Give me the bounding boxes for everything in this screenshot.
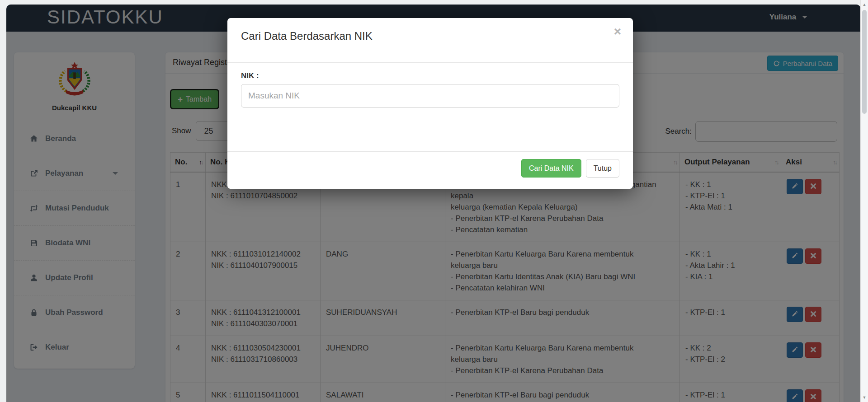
scroll-up-arrow-icon[interactable]: ▲ [861, 1, 868, 8]
modal-title: Cari Data Berdasarkan NIK [241, 30, 373, 42]
nik-label: NIK : [241, 71, 259, 80]
modal-header-divider [227, 62, 633, 63]
nik-input[interactable] [241, 84, 619, 108]
search-nik-modal: Cari Data Berdasarkan NIK × NIK : Cari D… [227, 18, 633, 189]
scroll-down-arrow-icon[interactable]: ▼ [861, 394, 868, 401]
app-window: Dukcapil KKU BerandaPelayananMutasi Pend… [6, 5, 861, 402]
close-modal-button[interactable]: Tutup [586, 159, 619, 178]
modal-footer: Cari Data NIK Tutup [521, 159, 619, 178]
modal-footer-divider [227, 151, 633, 152]
browser-scrollbar[interactable]: ▲ ▼ [860, 0, 868, 402]
close-icon[interactable]: × [614, 25, 621, 38]
search-nik-button[interactable]: Cari Data NIK [521, 159, 581, 178]
scrollbar-thumb[interactable] [862, 10, 867, 114]
